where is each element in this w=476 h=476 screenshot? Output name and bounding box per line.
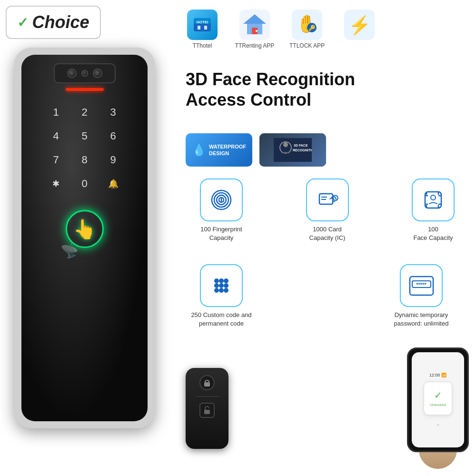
- water-drop-icon: 💧: [192, 143, 206, 157]
- face-feature: 100Face Capacity: [397, 178, 469, 242]
- key-8[interactable]: 8: [70, 148, 99, 172]
- custom-code-feature: 250 Custom code andpermanent code: [186, 264, 257, 328]
- choice-label: Choice: [32, 12, 89, 32]
- tthotel-label: TThotel: [193, 42, 212, 49]
- phone-section: 12:00 📶 ✓ Unlocked ✕: [407, 347, 469, 469]
- remote-fob: [186, 368, 228, 449]
- phone-device: 12:00 📶 ✓ Unlocked ✕: [407, 347, 469, 452]
- custom-code-label: 250 Custom code andpermanent code: [191, 311, 251, 328]
- svg-point-43: [224, 288, 228, 293]
- svg-point-35: [214, 278, 219, 283]
- badge-row: 💧 WATERPROOFDESIGN 3D FACE RECOGNITION: [186, 133, 326, 167]
- title-line1: 3D Face Recognition: [186, 69, 469, 89]
- svg-text:HOTEl: HOTEl: [197, 20, 208, 24]
- waterproof-text: WATERPROOFDESIGN: [209, 143, 246, 157]
- phone-close-text: ✕: [436, 423, 440, 427]
- key-hash-bell[interactable]: 🔔: [99, 172, 128, 196]
- app-ttlock[interactable]: ✋ 🔑 TTLOCK APP: [286, 10, 328, 49]
- key-3[interactable]: 3: [99, 100, 128, 124]
- hand-silhouette: [419, 450, 457, 469]
- key-star[interactable]: ✱: [42, 172, 70, 196]
- svg-text:🔑: 🔑: [308, 24, 316, 31]
- svg-point-40: [224, 283, 228, 288]
- svg-text:*****: *****: [416, 282, 426, 288]
- svg-rect-4: [204, 26, 207, 30]
- key-9[interactable]: 9: [99, 148, 128, 172]
- app-tthotel[interactable]: HOTEl TThotel: [181, 10, 224, 49]
- device-body: 1 2 3 4 5 6 7 8 9 ✱ 0 🔔 📡 👆: [21, 55, 148, 421]
- keypad: 1 2 3 4 5 6 7 8 9 ✱ 0 🔔: [42, 100, 128, 196]
- camera-lens-right: [93, 69, 102, 78]
- card-label: 1000 CardCapacity (IC): [309, 225, 346, 242]
- key-4[interactable]: 4: [42, 124, 70, 148]
- svg-point-34: [431, 195, 436, 200]
- phone-screen: 12:00 📶 ✓ Unlocked ✕: [412, 352, 464, 447]
- svg-point-37: [224, 278, 228, 283]
- ttlock-icon: ✋ 🔑: [292, 10, 322, 40]
- key-6[interactable]: 6: [99, 124, 128, 148]
- phone-status-bar: 12:00 📶: [429, 373, 446, 377]
- unlock-text: Unlocked: [430, 403, 446, 407]
- phone-separator: [425, 419, 451, 419]
- svg-text:⚡: ⚡: [348, 14, 371, 36]
- key-5[interactable]: 5: [70, 124, 99, 148]
- svg-point-38: [214, 283, 219, 288]
- dynamic-pw-label: Dynamic temporarypassword: unlimited: [394, 311, 449, 328]
- card-icon-box: [306, 178, 349, 221]
- dynamic-pw-icon-box: *****: [400, 264, 443, 307]
- fingerprint-icon-box: [200, 178, 243, 221]
- svg-point-18: [283, 142, 288, 147]
- key-0[interactable]: 0: [70, 172, 99, 196]
- camera-lens-left: [67, 69, 77, 78]
- face-capacity-label: 100Face Capacity: [413, 225, 453, 242]
- key-2[interactable]: 2: [70, 100, 99, 124]
- svg-rect-47: [204, 382, 210, 387]
- svg-point-9: [256, 30, 258, 32]
- main-title: 3D Face Recognition Access Control: [186, 69, 469, 110]
- remote-divider: [195, 396, 219, 397]
- choice-badge: ✓ Choice: [6, 6, 101, 39]
- camera-module: [54, 63, 116, 83]
- app-bluetooth[interactable]: ⚡: [338, 10, 381, 40]
- ttrenting-icon: [239, 10, 270, 40]
- bottom-items: 12:00 📶 ✓ Unlocked ✕: [186, 347, 469, 469]
- remote-unlock-btn: [199, 403, 215, 418]
- face-recognition-badge: 3D FACE RECOGNITION: [259, 133, 326, 167]
- choice-check-icon: ✓: [17, 15, 28, 30]
- svg-text:3D FACE: 3D FACE: [294, 144, 308, 147]
- card-feature: 1000 CardCapacity (IC): [292, 178, 363, 242]
- svg-point-42: [219, 288, 224, 293]
- face-bg: 3D FACE RECOGNITION: [259, 133, 326, 167]
- ttlock-label: TTLOCK APP: [289, 42, 325, 49]
- svg-text:RECOGNITION: RECOGNITION: [293, 149, 312, 152]
- features-row2: 250 Custom code andpermanent code ***** …: [186, 264, 469, 328]
- led-indicator: [66, 88, 104, 91]
- phone-unlock-card: ✓ Unlocked: [424, 382, 452, 415]
- fingerprint-icon: 👆: [73, 218, 97, 240]
- svg-rect-48: [204, 410, 210, 414]
- tthotel-icon: HOTEl: [187, 10, 218, 40]
- dynamic-pw-feature: ***** Dynamic temporarypassword: unlimit…: [374, 264, 469, 328]
- device-frame: 1 2 3 4 5 6 7 8 9 ✱ 0 🔔 📡 👆: [14, 48, 155, 428]
- face-icon-box: [412, 178, 455, 221]
- custom-code-icon-box: [200, 264, 243, 307]
- svg-point-39: [219, 283, 224, 288]
- features-row1: 100 FingerprintCapacity 1000 CardCapacit…: [186, 178, 469, 242]
- ttrenting-label: TTRenting APP: [235, 42, 275, 49]
- title-line2: Access Control: [186, 89, 469, 110]
- waterproof-badge: 💧 WATERPROOFDESIGN: [186, 133, 252, 167]
- device-container: 1 2 3 4 5 6 7 8 9 ✱ 0 🔔 📡 👆: [14, 48, 167, 447]
- bluetooth-icon: ⚡: [344, 10, 375, 40]
- svg-point-41: [214, 288, 219, 293]
- svg-rect-3: [198, 26, 200, 30]
- fingerprint-label: 100 FingerprintCapacity: [200, 225, 242, 242]
- remote-lock-btn: [199, 375, 215, 390]
- camera-lens-center: [81, 70, 88, 77]
- app-ttrenting[interactable]: TTRenting APP: [233, 10, 276, 49]
- key-7[interactable]: 7: [42, 148, 70, 172]
- key-1[interactable]: 1: [42, 100, 70, 124]
- svg-point-36: [219, 278, 224, 283]
- apps-row: HOTEl TThotel TTRenting APP ✋: [181, 10, 381, 49]
- fingerprint-feature: 100 FingerprintCapacity: [186, 178, 257, 242]
- unlock-check-icon: ✓: [434, 389, 442, 401]
